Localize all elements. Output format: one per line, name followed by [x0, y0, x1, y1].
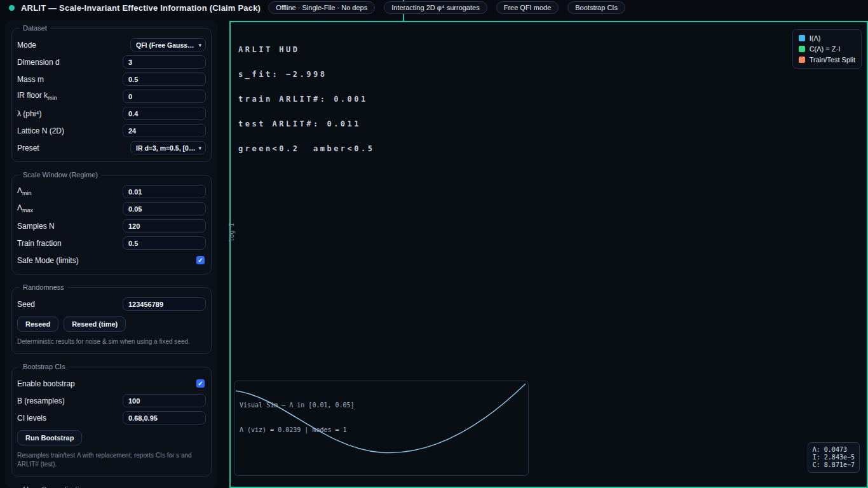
mode-select[interactable]: QFI (Free Gaussian ▾	[130, 38, 206, 51]
dimension-label: Dimension d	[17, 58, 60, 67]
enable-bootstrap-label: Enable bootstrap	[17, 379, 75, 388]
badge-offline: Offline · Single-File · No deps	[268, 1, 375, 14]
lambda-phi-input[interactable]	[123, 107, 206, 120]
legend-item-split: Train/Test Split	[799, 56, 855, 64]
mode-select-value: QFI (Free Gaussian	[136, 41, 196, 49]
bootstrap-hint: Resamples train/test Λ with replacement;…	[17, 451, 206, 469]
section-bootstrap-legend: Bootstrap CIs	[20, 363, 69, 370]
safe-mode-row: Safe Mode (limits)	[17, 254, 206, 267]
legend-label: C(Λ) = Z·I	[810, 45, 841, 53]
lambda-phi-row: λ (phi⁴)	[17, 107, 206, 120]
lambda-min-row: Λmin	[17, 185, 206, 198]
chart-legend: I(Λ) C(Λ) = Z·I Train/Test Split	[792, 29, 862, 69]
ci-levels-input[interactable]	[123, 411, 206, 424]
chevron-down-icon: ▾	[198, 42, 201, 48]
visual-sim-title: Visual Sim — Λ in [0.01, 0.05]	[240, 401, 355, 409]
hud-test-arlit: test ARLIT#: 0.011	[238, 120, 375, 128]
mass-label: Mass m	[17, 75, 44, 84]
mass-row: Mass m	[17, 72, 206, 86]
legend-label: Train/Test Split	[810, 56, 855, 64]
section-randomness-legend: Randomness	[20, 283, 67, 291]
train-fraction-input[interactable]	[123, 236, 206, 250]
resamples-row: B (resamples)	[17, 394, 206, 407]
hud-overlay: ARLIT HUD s_fit: −2.998 train ARLIT#: 0.…	[238, 29, 375, 170]
badge-group: Offline · Single-File · No deps Interact…	[268, 1, 625, 14]
legend-label: I(Λ)	[810, 34, 821, 42]
mass-input[interactable]	[123, 72, 206, 86]
mode-label: Mode	[17, 41, 36, 50]
main-chart-canvas[interactable]: ARLIT HUD s_fit: −2.998 train ARLIT#: 0.…	[229, 21, 868, 488]
samples-row: Samples N	[17, 219, 206, 233]
readout-lambda: Λ: 0.0473	[813, 446, 855, 454]
run-bootstrap-row: Run Bootstrap	[17, 430, 206, 445]
section-randomness: Randomness Seed Reseed Reseed (time) Det…	[11, 283, 212, 354]
app-logo-dot	[9, 5, 15, 11]
ir-floor-input[interactable]	[123, 90, 206, 103]
legend-item-i: I(Λ)	[799, 34, 855, 42]
dimension-row: Dimension d	[17, 55, 206, 69]
reseed-button-row: Reseed Reseed (time)	[17, 316, 206, 332]
legend-item-c: C(Λ) = Z·I	[799, 45, 855, 53]
badge-bootstrap: Bootstrap CIs	[567, 1, 625, 14]
section-scale-window: Scale Window (Regime) Λmin Λmax Samples …	[11, 171, 212, 274]
reseed-time-button[interactable]: Reseed (time)	[64, 316, 126, 332]
lambda-min-input[interactable]	[123, 185, 206, 198]
section-dataset: Dataset Mode QFI (Free Gaussian ▾ Dimens…	[11, 24, 212, 162]
seed-label: Seed	[17, 300, 35, 309]
preset-row: Preset IR d=3, m=0.5, [0.0… ▾	[17, 141, 206, 154]
train-fraction-label: Train fraction	[17, 239, 62, 248]
cursor-readout: Λ: 0.0473 I: 2.843e−5 C: 8.871e−7	[808, 442, 860, 473]
visual-sim-panel: Visual Sim — Λ in [0.01, 0.05] Λ (viz) =…	[234, 381, 529, 476]
hud-s-fit: s_fit: −2.998	[238, 71, 375, 79]
safe-mode-label: Safe Mode (limits)	[17, 256, 79, 265]
hud-train-arlit: train ARLIT#: 0.001	[238, 95, 375, 104]
ci-levels-label: CI levels	[17, 414, 46, 423]
hud-title: ARLIT HUD	[238, 46, 375, 54]
legend-swatch-icon	[799, 35, 805, 41]
section-scale-window-legend: Scale Window (Regime)	[20, 171, 101, 179]
badge-qfi-mode: Free QFI mode	[496, 1, 559, 14]
ir-floor-row: IR floor kmin	[17, 90, 206, 103]
visual-sim-titles: Visual Sim — Λ in [0.01, 0.05] Λ (viz) =…	[240, 384, 355, 451]
enable-bootstrap-checkbox[interactable]	[196, 379, 205, 388]
sidebar: Dataset Mode QFI (Free Gaussian ▾ Dimens…	[5, 20, 218, 488]
section-bootstrap: Bootstrap CIs Enable bootstrap B (resamp…	[11, 363, 212, 477]
resamples-input[interactable]	[123, 394, 206, 407]
reseed-button[interactable]: Reseed	[17, 316, 58, 332]
topbar: ARLIT — Scale-Invariant Effective Inform…	[0, 0, 868, 15]
train-fraction-row: Train fraction	[17, 236, 206, 250]
ir-floor-label: IR floor kmin	[17, 91, 57, 101]
lambda-max-row: Λmax	[17, 202, 206, 215]
seed-input[interactable]	[123, 297, 206, 311]
chevron-down-icon: ▾	[198, 145, 201, 151]
readout-c: C: 8.871e−7	[813, 461, 855, 469]
samples-label: Samples N	[17, 222, 55, 231]
samples-input[interactable]	[123, 219, 206, 233]
randomness-hint: Deterministic results for noise & sim wh…	[17, 337, 206, 346]
mode-row: Mode QFI (Free Gaussian ▾	[17, 38, 206, 51]
preset-select-value: IR d=3, m=0.5, [0.0…	[136, 144, 196, 152]
lattice-label: Lattice N (2D)	[17, 126, 64, 135]
ci-levels-row: CI levels	[17, 411, 206, 424]
dimension-input[interactable]	[123, 55, 206, 69]
lambda-min-label: Λmin	[17, 186, 32, 196]
preset-select[interactable]: IR d=3, m=0.5, [0.0… ▾	[130, 141, 206, 154]
legend-swatch-icon	[799, 46, 805, 52]
visual-sim-subtitle: Λ (viz) = 0.0239 | modes = 1	[240, 426, 355, 434]
section-dataset-legend: Dataset	[20, 24, 50, 32]
lattice-row: Lattice N (2D)	[17, 124, 206, 137]
hud-thresholds: green<0.2 amber<0.5	[238, 145, 375, 153]
legend-swatch-icon	[799, 57, 805, 63]
lambda-max-input[interactable]	[123, 202, 206, 215]
safe-mode-checkbox[interactable]	[196, 256, 205, 264]
section-mass-generalization: Mass Generalization ▾	[11, 485, 212, 488]
lambda-max-label: Λmax	[17, 203, 33, 214]
lattice-input[interactable]	[123, 124, 206, 137]
badge-surrogates: Interacting 2D φ⁴ surrogates	[384, 1, 487, 14]
seed-row: Seed	[17, 297, 206, 311]
lambda-phi-label: λ (phi⁴)	[17, 109, 42, 118]
app-title: ARLIT — Scale-Invariant Effective Inform…	[21, 3, 261, 13]
preset-label: Preset	[17, 144, 39, 152]
run-bootstrap-button[interactable]: Run Bootstrap	[17, 430, 82, 445]
readout-i: I: 2.843e−5	[813, 454, 855, 461]
